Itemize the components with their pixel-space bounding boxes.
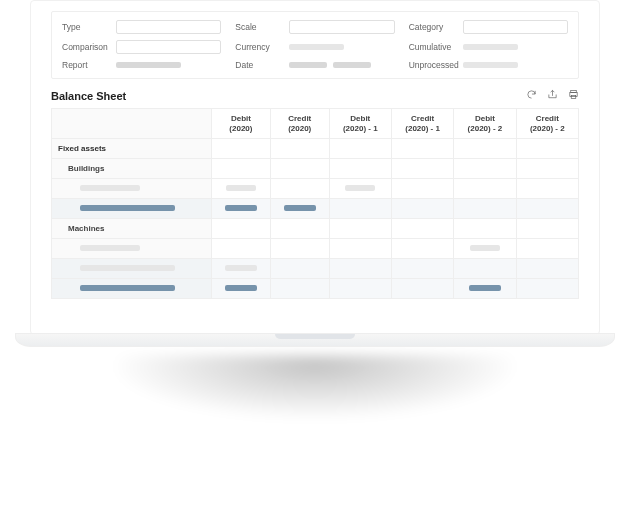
filter-scale: Scale xyxy=(235,20,394,34)
col-header-credit-2020-1: Credit(2020) - 1 xyxy=(391,109,453,139)
filter-unprocessed-value[interactable] xyxy=(463,62,568,68)
filter-scale-label: Scale xyxy=(235,22,289,32)
filter-comparison: Comparison xyxy=(62,40,221,54)
col-header-credit-2020: Credit(2020) xyxy=(270,109,329,139)
subsection-machines: Machines xyxy=(52,219,579,239)
filter-report-value[interactable] xyxy=(116,62,221,68)
balance-sheet-table: Debit(2020) Credit(2020) Debit(2020) - 1… xyxy=(51,108,579,299)
refresh-icon[interactable] xyxy=(526,89,537,102)
filter-cumulative: Cumulative xyxy=(409,40,568,54)
filter-unprocessed: Unprocessed xyxy=(409,60,568,70)
subsection-label: Buildings xyxy=(52,159,212,179)
table-row xyxy=(52,279,579,299)
page-title: Balance Sheet xyxy=(51,90,126,102)
filter-cumulative-label: Cumulative xyxy=(409,42,463,52)
filter-category: Category xyxy=(409,20,568,34)
laptop-base xyxy=(15,333,615,347)
svg-rect-2 xyxy=(571,95,576,98)
print-icon[interactable] xyxy=(568,89,579,102)
laptop-notch xyxy=(275,334,355,339)
col-header-debit-2020-2: Debit(2020) - 2 xyxy=(454,109,516,139)
section-fixed-assets: Fixed assets xyxy=(52,139,579,159)
subsection-label: Machines xyxy=(52,219,212,239)
table-row xyxy=(52,239,579,259)
filter-category-label: Category xyxy=(409,22,463,32)
filter-report-label: Report xyxy=(62,60,116,70)
col-header-credit-2020-2: Credit(2020) - 2 xyxy=(516,109,578,139)
filter-type: Type xyxy=(62,20,221,34)
table-row xyxy=(52,259,579,279)
filter-currency: Currency xyxy=(235,40,394,54)
filter-date-label: Date xyxy=(235,60,289,70)
svg-rect-0 xyxy=(571,90,577,92)
filter-scale-input[interactable] xyxy=(289,20,394,34)
subsection-buildings: Buildings xyxy=(52,159,579,179)
share-icon[interactable] xyxy=(547,89,558,102)
laptop-screen: Type Scale Category Comparison Currency xyxy=(30,0,600,335)
section-label: Fixed assets xyxy=(52,139,212,159)
filter-comparison-input[interactable] xyxy=(116,40,221,54)
table-row xyxy=(52,199,579,219)
table-header-row: Debit(2020) Credit(2020) Debit(2020) - 1… xyxy=(52,109,579,139)
filter-type-input[interactable] xyxy=(116,20,221,34)
filter-currency-value[interactable] xyxy=(289,44,394,50)
filter-date-value[interactable] xyxy=(289,62,394,68)
filter-date: Date xyxy=(235,60,394,70)
col-header-debit-2020-1: Debit(2020) - 1 xyxy=(329,109,391,139)
filter-category-input[interactable] xyxy=(463,20,568,34)
filter-panel: Type Scale Category Comparison Currency xyxy=(51,11,579,79)
filter-currency-label: Currency xyxy=(235,42,289,52)
device-shadow xyxy=(50,355,580,465)
filter-unprocessed-label: Unprocessed xyxy=(409,60,463,70)
filter-type-label: Type xyxy=(62,22,116,32)
col-header-debit-2020: Debit(2020) xyxy=(212,109,271,139)
filter-comparison-label: Comparison xyxy=(62,42,116,52)
filter-report: Report xyxy=(62,60,221,70)
filter-cumulative-value[interactable] xyxy=(463,44,568,50)
table-row xyxy=(52,179,579,199)
col-header-empty xyxy=(52,109,212,139)
